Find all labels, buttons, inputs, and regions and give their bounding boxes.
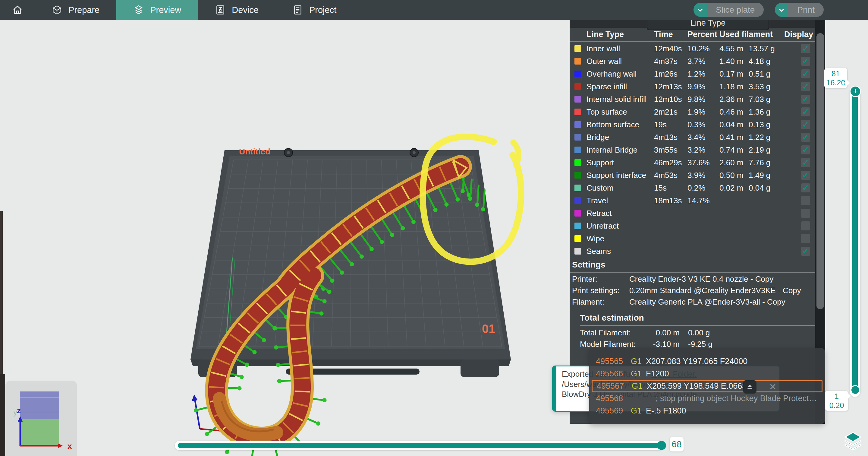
line-type-color-swatch — [575, 70, 581, 77]
line-type-row: Overhang wall1m26s1.2%0.17 m0.51 g✓ — [569, 67, 815, 80]
line-type-row: Seams✓ — [569, 245, 815, 258]
line-type-name: Inner wall — [587, 44, 654, 53]
display-checkbox[interactable] — [801, 221, 810, 230]
layer-tooltip-top: 81 16.20 — [824, 68, 847, 88]
line-type-filament-m: 0.04 m — [719, 120, 749, 130]
line-type-table-body: Inner wall12m40s10.2%4.55 m13.57 g✓Outer… — [569, 42, 815, 258]
line-type-name: Bottom surface — [587, 120, 654, 130]
line-type-row: Bridge4m13s3.4%0.41 m1.22 g✓ — [569, 131, 815, 144]
layer-height: 16.20 — [824, 78, 847, 87]
print-button[interactable]: Print — [775, 3, 824, 17]
home-button[interactable] — [0, 0, 35, 20]
line-type-color-swatch — [575, 121, 581, 128]
gcode-line[interactable]: 495566G1F1200 — [592, 368, 823, 380]
line-type-filament-m: 4.55 m — [719, 44, 749, 53]
display-checkbox[interactable]: ✓ — [801, 158, 810, 167]
chevron-down-icon[interactable] — [775, 3, 788, 17]
line-type-percent: 0.3% — [687, 120, 719, 130]
model-bbox-lower — [20, 419, 59, 446]
line-type-row: Outer wall4m37s3.7%1.40 m4.18 g✓ — [569, 55, 815, 67]
line-type-percent: 37.6% — [687, 158, 719, 167]
line-type-row: Wipe — [569, 232, 815, 245]
display-checkbox[interactable] — [801, 234, 810, 243]
tab-preview[interactable]: Preview — [116, 0, 198, 20]
plate-name-label: Untitled — [239, 147, 270, 156]
print-label: Print — [788, 3, 824, 17]
gcode-args: X207.083 Y197.065 F24000 — [646, 357, 747, 366]
line-type-time: 2m21s — [654, 107, 687, 117]
display-checkbox[interactable]: ✓ — [801, 44, 810, 53]
line-type-percent: 3.4% — [687, 133, 719, 142]
gcode-line-number: 495569 — [596, 406, 626, 416]
display-checkbox[interactable] — [801, 209, 810, 218]
gcode-comment: ; stop printing object Hockey Blade Prot… — [655, 394, 818, 403]
setting-label: Filament: — [572, 297, 629, 309]
line-type-name: Support interface — [587, 171, 654, 180]
gcode-line[interactable]: 495567G1X205.599 Y198.549 E.06635× — [592, 380, 823, 392]
gcode-command: G1 — [631, 406, 645, 416]
display-checkbox[interactable]: ✓ — [801, 82, 810, 91]
display-checkbox[interactable]: ✓ — [801, 69, 810, 78]
line-type-row: Travel18m13s14.7% — [569, 194, 815, 207]
line-type-time: 4m53s — [654, 171, 687, 180]
model-bbox-upper — [20, 392, 59, 419]
col-time: Time — [654, 30, 687, 39]
close-icon[interactable]: × — [767, 381, 779, 393]
slice-plate-label: Slice plate — [707, 3, 764, 17]
slice-plate-button[interactable]: Slice plate — [693, 3, 764, 17]
total-estimation-title: Total estimation — [580, 313, 644, 323]
tab-label: Preview — [150, 5, 181, 15]
display-checkbox[interactable]: ✓ — [801, 171, 810, 180]
layer-view-button[interactable] — [843, 431, 863, 451]
display-checkbox[interactable]: ✓ — [801, 133, 810, 142]
display-checkbox[interactable]: ✓ — [801, 247, 810, 256]
line-type-color-swatch — [575, 83, 581, 90]
display-checkbox[interactable]: ✓ — [801, 107, 810, 116]
display-checkbox[interactable]: ✓ — [801, 57, 810, 66]
layer-number: 1 — [825, 392, 848, 401]
line-type-row: Support46m29s37.6%2.60 m7.76 g✓ — [569, 156, 815, 169]
total-label: Total Filament: — [580, 328, 642, 340]
line-type-time: 3m55s — [654, 145, 687, 155]
step-slider-handle[interactable] — [657, 441, 666, 450]
line-type-name: Unretract — [587, 221, 654, 231]
line-type-table-header: Line Type Time Percent Used filament Dis… — [569, 28, 815, 41]
line-type-filament-g: 0.51 g — [749, 69, 801, 79]
line-type-color-swatch — [575, 45, 581, 52]
line-type-name: Internal Bridge — [587, 145, 654, 155]
tab-device[interactable]: Device — [198, 0, 276, 20]
display-checkbox[interactable]: ✓ — [801, 145, 810, 154]
tab-label: Project — [309, 5, 336, 15]
gcode-command: G1 — [631, 369, 645, 378]
line-type-color-swatch — [575, 109, 581, 115]
line-type-name: Overhang wall — [587, 69, 654, 79]
eject-icon-button[interactable] — [743, 380, 756, 394]
gcode-line[interactable]: 495565G1X207.083 Y197.065 F24000 — [592, 355, 823, 368]
tab-project[interactable]: Project — [276, 0, 353, 20]
display-checkbox[interactable] — [801, 196, 810, 205]
line-type-name: Retract — [587, 209, 654, 218]
layer-slider-top-handle[interactable]: + — [849, 86, 861, 97]
layer-slider-bottom-handle[interactable] — [850, 385, 860, 395]
line-type-color-swatch — [575, 96, 581, 103]
line-type-name: Travel — [587, 196, 654, 205]
line-type-filament-g: 1.36 g — [749, 107, 801, 117]
display-checkbox[interactable]: ✓ — [801, 95, 810, 104]
chevron-down-icon[interactable] — [693, 3, 707, 17]
gcode-line[interactable]: 495568; stop printing object Hockey Blad… — [592, 392, 823, 405]
display-checkbox[interactable]: ✓ — [801, 120, 810, 129]
line-type-time: 18m13s — [654, 196, 687, 205]
step-value: 68 — [672, 439, 681, 449]
line-type-row: Unretract — [569, 220, 815, 232]
settings-title: Settings — [572, 260, 605, 269]
line-type-color-swatch — [575, 210, 581, 217]
line-type-percent: 10.2% — [687, 44, 719, 53]
display-checkbox[interactable]: ✓ — [801, 183, 810, 192]
tab-prepare[interactable]: Prepare — [35, 0, 116, 20]
panel-scrollbar-thumb[interactable] — [816, 33, 824, 309]
gcode-line[interactable]: 495569G1E-.5 F1800 — [592, 405, 823, 417]
line-type-filament-g: 7.03 g — [749, 95, 801, 104]
gcode-command: G1 — [632, 381, 646, 391]
setting-label: Printer: — [572, 275, 629, 286]
col-display: Display — [784, 30, 813, 39]
